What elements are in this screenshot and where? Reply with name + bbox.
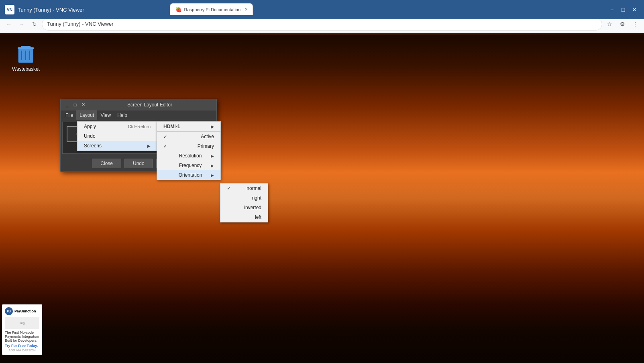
orientation-left-label: left (255, 214, 261, 220)
hdmi-frequency[interactable]: Frequency ▶ (157, 161, 220, 170)
pj-image: img (5, 317, 39, 329)
layout-menu-screens[interactable]: Screens ▶ (77, 141, 157, 151)
layout-menu-apply[interactable]: Apply Ctrl+Return (77, 122, 157, 131)
hdmi-orientation-label: Orientation (179, 172, 202, 178)
vnc-maximize-button[interactable]: □ (618, 5, 628, 14)
pj-text1: The First No-code Payments Integration B… (5, 330, 39, 343)
hdmi-resolution-check (163, 153, 170, 158)
address-text: Tunny (Tunny) - VNC Viewer (47, 21, 114, 27)
layout-menu-undo[interactable]: Undo (77, 131, 157, 141)
vnc-minimize-button[interactable]: − (607, 5, 617, 14)
orientation-normal-label: normal (247, 186, 261, 191)
hdmi-primary-check: ✓ (163, 144, 170, 149)
resolution-arrow: ▶ (211, 154, 214, 158)
orientation-left[interactable]: left (220, 212, 268, 222)
wastebasket-icon-container[interactable]: Wastebasket (12, 43, 40, 72)
sle-menu-file[interactable]: File (62, 110, 76, 120)
sle-undo-button[interactable]: Undo (124, 159, 153, 168)
orientation-inverted[interactable]: inverted (220, 203, 268, 212)
layout-apply-label: Apply (84, 124, 96, 129)
hdmi-submenu: HDMI-1 ▶ ✓ Active ✓ Primary Resolution ▶… (157, 121, 221, 180)
sle-menu-view[interactable]: View (97, 110, 114, 120)
sle-shade-button[interactable]: _ (64, 102, 70, 108)
orientation-left-check (227, 215, 233, 220)
bookmark-button[interactable]: ☆ (604, 18, 615, 30)
pj-logo-text: PJ (7, 310, 11, 313)
svg-rect-2 (18, 47, 34, 49)
back-button[interactable]: ← (3, 18, 14, 30)
vnc-title-text: Tunny (Tunny) - VNC Viewer (18, 7, 84, 13)
orientation-submenu: ✓ normal right inverted left (220, 183, 268, 222)
desktop-wallpaper (0, 35, 644, 363)
wastebasket-icon (16, 43, 36, 65)
layout-screens-label: Screens (84, 143, 102, 149)
hdmi-orientation-check (163, 173, 170, 177)
pj-ads-label: ADS VIA CARBON (5, 349, 39, 352)
extensions-button[interactable]: ⚙ (617, 18, 628, 30)
sle-menu-layout[interactable]: Layout (76, 110, 97, 120)
sle-titlebar: _ □ ✕ Screen Layout Editor (61, 99, 216, 110)
sle-maximize-button[interactable]: □ (72, 102, 78, 108)
orientation-inverted-check (227, 205, 233, 210)
pj-image-placeholder: img (20, 321, 25, 325)
screens-submenu-arrow: ▶ (147, 144, 151, 148)
reload-button[interactable]: ↻ (29, 18, 40, 30)
hdmi-frequency-check (163, 163, 170, 168)
pj-logo: PJ (5, 307, 13, 315)
sle-menu-help[interactable]: Help (114, 110, 130, 120)
layout-apply-shortcut: Ctrl+Return (128, 124, 151, 129)
tab-raspberrypi2[interactable]: 🍓 Raspberry Pi Documentation ✕ (170, 3, 253, 15)
frequency-arrow: ▶ (211, 163, 214, 168)
forward-button[interactable]: → (16, 18, 27, 30)
layout-undo-label: Undo (84, 133, 96, 139)
sle-title-text: Screen Layout Editor (86, 102, 213, 108)
tab3-title: Raspberry Pi Documentation (184, 7, 240, 12)
sle-close-button[interactable]: ✕ (80, 102, 86, 108)
tab3-close[interactable]: ✕ (243, 6, 249, 13)
address-bar[interactable]: Tunny (Tunny) - VNC Viewer (42, 18, 602, 31)
orientation-normal[interactable]: ✓ normal (220, 184, 268, 193)
tab3-favicon: 🍓 (175, 6, 181, 13)
hdmi-resolution[interactable]: Resolution ▶ (157, 151, 220, 161)
hdmi-primary-label: Primary (198, 143, 214, 149)
layout-dropdown-menu: Apply Ctrl+Return Undo Screens ▶ (77, 121, 157, 151)
hdmi-label-item: HDMI-1 ▶ (157, 122, 220, 132)
orientation-inverted-label: inverted (244, 205, 261, 210)
hdmi-active[interactable]: ✓ Active (157, 132, 220, 141)
wastebasket-label: Wastebasket (12, 66, 40, 72)
hdmi-arrow: ▶ (211, 124, 214, 129)
sle-menubar: File Layout View Help (61, 110, 216, 120)
vnc-titlebar: VN Tunny (Tunny) - VNC Viewer − □ ✕ (0, 0, 644, 19)
hdmi-orientation[interactable]: Orientation ▶ (157, 170, 220, 180)
vnc-logo: VN (5, 5, 14, 14)
payjunction-ad[interactable]: PJ PayJunction img The First No-code Pay… (2, 304, 42, 355)
orientation-normal-check: ✓ (227, 186, 233, 191)
menu-button[interactable]: ⋮ (630, 18, 641, 30)
orientation-right[interactable]: right (220, 193, 268, 203)
pj-brand: PayJunction (14, 309, 36, 313)
pj-header: PJ PayJunction (5, 307, 39, 315)
hdmi-name: HDMI-1 (163, 124, 180, 129)
hdmi-active-check: ✓ (163, 134, 170, 139)
orientation-right-label: right (252, 195, 261, 201)
hdmi-frequency-label: Frequency (179, 163, 202, 168)
hdmi-primary[interactable]: ✓ Primary (157, 141, 220, 151)
pj-cta: Try For Free Today. (5, 344, 39, 348)
sle-window-buttons: _ □ ✕ (64, 102, 86, 108)
orientation-arrow: ▶ (211, 173, 214, 177)
sle-close-button[interactable]: Close (92, 159, 121, 168)
orientation-right-check (227, 196, 233, 200)
vnc-desktop: Wastebasket _ □ ✕ Screen Layout Editor F… (0, 35, 644, 363)
hdmi-resolution-label: Resolution (179, 153, 202, 159)
hdmi-active-label: Active (201, 134, 214, 139)
vnc-close-button[interactable]: ✕ (630, 5, 639, 14)
vnc-window-buttons: − □ ✕ (607, 5, 639, 14)
